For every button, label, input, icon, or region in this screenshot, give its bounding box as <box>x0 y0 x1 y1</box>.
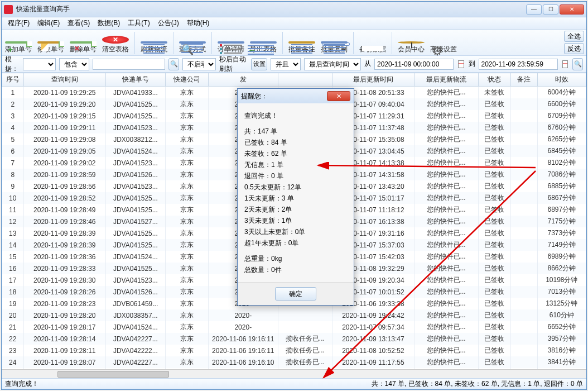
menu-item[interactable]: 编辑(E) <box>33 17 64 29</box>
date-from-input[interactable] <box>374 59 454 70</box>
dialog-line: 未签收：62 单 <box>244 149 347 158</box>
search-button[interactable]: 🔍 <box>168 58 179 70</box>
table-cell <box>511 227 538 239</box>
menu-item[interactable]: 帮助(H) <box>183 17 214 29</box>
column-header[interactable]: 序号 <box>2 73 24 87</box>
menu-item[interactable]: 程序(F) <box>4 17 33 29</box>
and-select[interactable]: 并且 <box>271 58 301 70</box>
delete-number-button[interactable]: 删除单号 <box>70 41 97 54</box>
table-cell: 京东 <box>166 180 209 192</box>
order-detail-button[interactable]: 订单详情 <box>218 41 244 54</box>
calendar-to-icon[interactable] <box>562 60 568 68</box>
filter-search-button[interactable]: 🔍 <box>572 58 583 70</box>
dialog-line: 共：147 单 <box>244 127 347 136</box>
invert-select-button[interactable]: 反选 <box>564 43 584 54</box>
batch-copy-button[interactable]: 批量复制 <box>321 41 348 54</box>
table-cell: 7086分钟 <box>537 169 586 180</box>
table-cell: 6652分钟 <box>537 321 586 333</box>
table-cell: 2020-11-09 19:28:07 <box>24 356 105 368</box>
table-cell <box>511 133 538 145</box>
dialog-close-button[interactable]: ✕ <box>327 91 350 101</box>
column-header[interactable]: 状态 <box>478 73 510 87</box>
batch-note-button[interactable]: 批量备注 <box>288 41 315 54</box>
table-row[interactable]: 242020-11-09 19:28:07JDVA042227...京东2020… <box>2 356 586 368</box>
add-number-button-icon <box>5 41 32 44</box>
status-bar: 查询完成！ 共：147 单, 已签收：84 单, 未签收：62 单, 无信息：1… <box>2 378 586 389</box>
table-cell: 2020-11-07 09:57:34 <box>332 321 414 333</box>
column-header[interactable]: 最后更新时间 <box>332 73 414 87</box>
calendar-from-icon[interactable] <box>458 60 464 68</box>
dialog-ok-button[interactable]: 确定 <box>275 287 316 301</box>
table-cell: 已签收 <box>478 298 510 309</box>
member-center-button[interactable]: 会员中心 <box>398 41 425 54</box>
autostart-select[interactable]: 不启动 <box>182 58 216 70</box>
table-row[interactable]: 202020-11-09 19:28:20JDX0038357...京东2020… <box>2 309 586 321</box>
table-cell: 已签收 <box>478 122 510 133</box>
table-cell: 您的快件已... <box>414 87 478 99</box>
export-table-button[interactable]: 导出表格 <box>250 41 277 54</box>
table-cell: 京东 <box>166 157 209 169</box>
table-cell: 19 <box>2 298 24 309</box>
column-header[interactable] <box>278 73 332 87</box>
settings-button[interactable]: 设置 <box>251 58 267 70</box>
menu-item[interactable]: 数据(B) <box>94 17 124 29</box>
filter-input[interactable] <box>93 59 165 70</box>
table-cell: 2020-11-09 19:28:30 <box>24 274 105 286</box>
table-cell: 已签收 <box>478 263 510 274</box>
basis-label: 根据： <box>5 55 20 74</box>
column-header[interactable]: 最后更新物流 <box>414 73 478 87</box>
table-cell: 6897分钟 <box>537 204 586 216</box>
backup-button[interactable]: 备份数据 <box>359 44 386 54</box>
column-header[interactable]: 快递单号 <box>105 73 166 87</box>
table-cell: 已签收 <box>478 157 510 169</box>
advanced-settings-button[interactable]: 高级设置 <box>430 44 457 54</box>
table-cell: 京东 <box>166 122 209 133</box>
edit-number-button[interactable]: 修改单号 <box>37 41 64 54</box>
table-cell: 您的快件已... <box>414 345 478 356</box>
minimize-button[interactable]: — <box>526 4 542 15</box>
table-cell: 5 <box>2 133 24 145</box>
dialog-line: 无信息：1 单 <box>244 160 347 169</box>
table-cell <box>511 204 538 216</box>
select-all-button[interactable]: 全选 <box>564 31 584 42</box>
table-cell: 您的快件已... <box>414 333 478 345</box>
refresh-logistics-button[interactable]: 刷新物流 <box>141 41 167 54</box>
table-cell <box>511 321 538 333</box>
contain-select[interactable]: 包含 <box>59 58 89 70</box>
table-cell: 20 <box>2 309 24 321</box>
column-header[interactable]: 快递公司 <box>166 73 209 87</box>
table-cell <box>511 239 538 251</box>
close-button[interactable]: ✕ <box>560 4 584 15</box>
table-cell: 京东 <box>166 227 209 239</box>
table-cell: 您的快件已... <box>414 356 478 368</box>
from-label: 从 <box>364 59 371 69</box>
clear-table-button[interactable]: ✕清空表格 <box>102 36 129 54</box>
view-mode-button[interactable]: 查看方式 <box>179 41 206 54</box>
column-header[interactable]: 发 <box>209 73 278 87</box>
table-cell <box>511 216 538 227</box>
column-header[interactable]: 备注 <box>511 73 538 87</box>
add-number-button[interactable]: 添加单号 <box>5 41 32 54</box>
table-cell: 3 <box>2 110 24 122</box>
column-header[interactable]: 查询时间 <box>24 73 105 87</box>
table-cell: 7175分钟 <box>537 216 586 227</box>
lastquery-select[interactable]: 最后查询时间 <box>304 58 361 70</box>
table-cell: 2 <box>2 98 24 110</box>
table-row[interactable]: 212020-11-09 19:28:17JDVA041524...京东2020… <box>2 321 586 333</box>
table-cell <box>511 251 538 263</box>
table-row[interactable]: 232020-11-09 19:28:11JDVA042222...京东2020… <box>2 345 586 356</box>
column-header[interactable]: 时效 <box>537 73 586 87</box>
table-row[interactable]: 222020-11-09 19:28:14JDVA042227...京东2020… <box>2 333 586 345</box>
horizontal-scrollbar[interactable] <box>2 369 586 378</box>
menu-item[interactable]: 查看(S) <box>64 17 94 29</box>
table-cell: 2020-11-09 19:29:05 <box>24 145 105 157</box>
table-cell: 京东 <box>166 98 209 110</box>
basis-select[interactable] <box>23 58 56 70</box>
menu-item[interactable]: 公告(J) <box>154 17 183 29</box>
maximize-button[interactable]: ☐ <box>543 4 558 15</box>
dialog-line: 超1年未更新：0单 <box>244 239 347 247</box>
date-to-input[interactable] <box>479 59 558 70</box>
menu-item[interactable]: 工具(T) <box>124 17 153 29</box>
table-cell: 15 <box>2 251 24 263</box>
view-mode-button-icon <box>179 41 206 44</box>
